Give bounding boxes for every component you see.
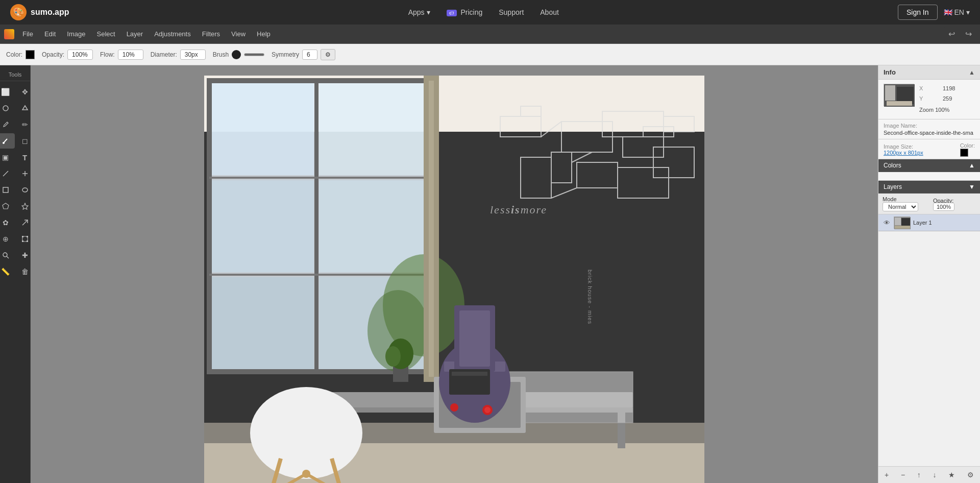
rect-shape-tool[interactable]	[0, 182, 15, 198]
menu-view[interactable]: View	[226, 28, 251, 40]
nav-support[interactable]: Support	[492, 5, 531, 19]
layer-mode-select[interactable]: Normal	[883, 202, 918, 211]
nav-pricing-label: Pricing	[460, 8, 482, 16]
remove-layer-button[interactable]: −	[899, 470, 907, 480]
x-label: X	[919, 84, 940, 94]
svg-rect-14	[22, 240, 23, 242]
polygon-tool[interactable]	[0, 199, 15, 214]
svg-rect-86	[895, 218, 901, 225]
ruler-tool[interactable]: 📏	[0, 264, 15, 279]
layers-section-header[interactable]: Layers ▼	[878, 181, 980, 194]
svg-rect-27	[212, 83, 314, 175]
info-section: X 1198 Y 259 Zoom 100%	[878, 80, 980, 119]
svg-rect-36	[429, 81, 434, 377]
svg-text:lessismore: lessismore	[490, 203, 547, 216]
color-picker[interactable]	[26, 50, 35, 59]
image-name-label: Image Name:	[884, 123, 975, 129]
logo-text: sumo.app	[31, 8, 69, 17]
symmetry-group: Symmetry 6 ⚙	[272, 49, 335, 60]
layer-settings-button[interactable]: ⚙	[965, 470, 976, 480]
svg-rect-12	[22, 236, 23, 237]
signin-button[interactable]: Sign In	[898, 5, 938, 20]
svg-point-71	[385, 346, 401, 367]
right-nav: Sign In 🇬🇧 EN ▾	[898, 5, 970, 20]
colors-toggle-icon: ▲	[969, 162, 975, 169]
nav-pricing[interactable]: 🏷 Pricing	[439, 5, 490, 19]
layers-label: Layers	[884, 183, 902, 190]
line-tool[interactable]	[0, 166, 15, 181]
canvas-image[interactable]: lessismore brick house - mies	[204, 76, 704, 483]
y-label: Y	[919, 94, 940, 104]
image-color-swatch[interactable]	[960, 149, 968, 157]
brush-preview[interactable]	[232, 50, 241, 59]
opacity-value[interactable]: 100%	[67, 50, 93, 60]
menu-select[interactable]: Select	[92, 28, 120, 40]
menu-filters[interactable]: Filters	[197, 28, 225, 40]
color-group: Color:	[960, 142, 975, 157]
opacity-group: Opacity: 100%	[42, 50, 93, 60]
symmetry-value[interactable]: 6	[302, 50, 317, 60]
layers-footer: + − ↑ ↓ ★ ⚙	[878, 466, 980, 483]
star-layer-button[interactable]: ★	[946, 470, 957, 480]
menu-file[interactable]: File	[17, 28, 38, 40]
info-toggle[interactable]: ▲	[969, 69, 975, 76]
tool-row-7	[0, 182, 34, 198]
size-group: Image Size: 1200px x 801px	[884, 143, 923, 156]
menu-help[interactable]: Help	[252, 28, 276, 40]
nav-support-label: Support	[499, 8, 524, 16]
tool-row-4: ◻	[0, 133, 34, 149]
move-layer-up-button[interactable]: ↑	[915, 470, 923, 480]
image-name-row: Image Name: Second-office-space-inside-t…	[878, 119, 980, 139]
svg-text:brick house - mies: brick house - mies	[587, 270, 593, 324]
fill-tool[interactable]: ▣	[0, 150, 15, 165]
svg-rect-31	[212, 277, 314, 369]
path-tool[interactable]: ⊕	[0, 231, 15, 247]
nav-about[interactable]: About	[533, 5, 566, 19]
layer-visibility-toggle[interactable]: 👁	[883, 219, 891, 227]
language-selector[interactable]: 🇬🇧 EN ▾	[944, 8, 970, 16]
svg-rect-15	[27, 240, 28, 242]
menu-layer[interactable]: Layer	[121, 28, 149, 40]
options-toolbar: Color: Opacity: 100% Flow: 10% Diameter:…	[0, 44, 980, 65]
canvas-area[interactable]: lessismore brick house - mies	[31, 65, 878, 483]
dropper-tool[interactable]	[0, 117, 15, 132]
opacity-label: Opacity:	[42, 51, 64, 58]
layer-name: Layer 1	[913, 220, 932, 226]
tool-row-3: ✏	[0, 117, 34, 132]
menu-edit[interactable]: Edit	[39, 28, 61, 40]
lasso-tool[interactable]	[0, 101, 15, 116]
chevron-down-icon: ▾	[966, 8, 970, 16]
pricing-tag-icon: 🏷	[447, 10, 457, 16]
move-layer-down-button[interactable]: ↓	[931, 470, 939, 480]
colors-section-header[interactable]: Colors ▲	[878, 159, 980, 172]
zoom-tool[interactable]	[0, 248, 15, 263]
layer-item[interactable]: 👁 Layer 1	[878, 214, 980, 231]
svg-point-7	[22, 188, 28, 192]
diameter-value[interactable]: 30px	[180, 50, 206, 60]
custom-shape-tool[interactable]: ✿	[0, 215, 15, 230]
diameter-label: Diameter:	[151, 51, 177, 58]
info-panel-header: Info ▲	[878, 65, 980, 80]
add-layer-button[interactable]: +	[883, 470, 891, 480]
brush-tool[interactable]	[0, 133, 15, 149]
layers-toggle-icon: ▼	[969, 183, 975, 190]
menu-adjustments[interactable]: Adjustments	[149, 28, 196, 40]
svg-point-16	[3, 253, 7, 257]
symmetry-settings-button[interactable]: ⚙	[321, 49, 335, 60]
symmetry-label: Symmetry	[272, 51, 299, 58]
image-size-value[interactable]: 1200px x 801px	[884, 150, 923, 156]
undo-button[interactable]: ↩	[944, 27, 959, 41]
svg-line-3	[3, 171, 8, 176]
svg-line-10	[22, 220, 28, 225]
flow-value[interactable]: 10%	[118, 50, 143, 60]
canvas-wrapper: lessismore brick house - mies	[204, 76, 704, 483]
marquee-rect-tool[interactable]: ⬜	[0, 84, 15, 100]
logo[interactable]: 🎨 sumo.app	[10, 4, 69, 20]
nav-apps[interactable]: Apps ▾	[401, 5, 437, 19]
menu-image[interactable]: Image	[62, 28, 90, 40]
brush-hardness-slider[interactable]	[244, 53, 264, 56]
redo-button[interactable]: ↪	[961, 27, 976, 41]
layer-opacity-value[interactable]: 100%	[933, 203, 954, 211]
svg-rect-13	[27, 236, 28, 237]
svg-point-2	[3, 142, 5, 144]
